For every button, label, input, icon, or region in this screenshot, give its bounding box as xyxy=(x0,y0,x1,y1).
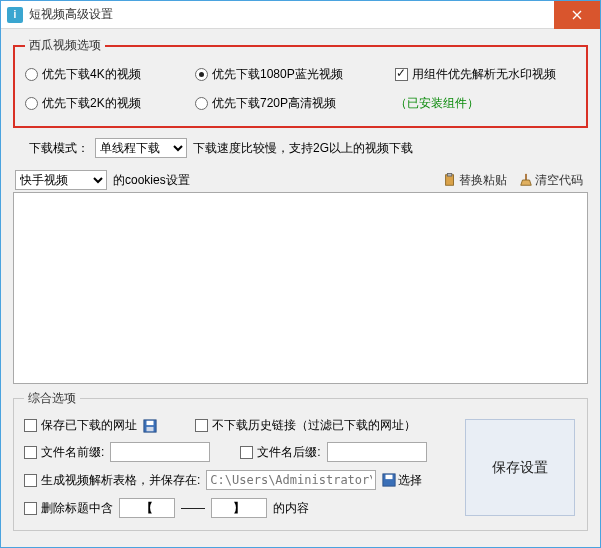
checkbox-icon xyxy=(240,446,253,459)
check-remove-title[interactable]: 删除标题中含 xyxy=(24,500,113,517)
row-remove-title: 删除标题中含 —— 的内容 xyxy=(24,494,453,522)
svg-rect-4 xyxy=(147,420,154,424)
remove-title-label: 删除标题中含 xyxy=(41,500,113,517)
select-path-button[interactable]: 选择 xyxy=(382,472,422,489)
path-input[interactable] xyxy=(206,470,376,490)
broom-icon xyxy=(519,173,533,187)
clear-label: 清空代码 xyxy=(535,172,583,189)
check-skip-history[interactable]: 不下载历史链接（过滤已下载的网址） xyxy=(195,417,416,434)
checkbox-icon xyxy=(24,502,37,515)
checkbox-icon xyxy=(395,68,408,81)
radio-1080[interactable]: 优先下载1080P蓝光视频 xyxy=(195,66,395,83)
select-path-label: 选择 xyxy=(398,472,422,489)
general-legend: 综合选项 xyxy=(24,390,80,407)
check-suffix[interactable]: 文件名后缀: xyxy=(240,444,320,461)
close-button[interactable] xyxy=(554,1,600,29)
radio-icon xyxy=(25,68,38,81)
radio-2k-label: 优先下载2K的视频 xyxy=(42,95,141,112)
xigua-row-2: 优先下载2K的视频 优先下载720P高清视频 （已安装组件） xyxy=(25,89,576,118)
radio-4k-label: 优先下载4K的视频 xyxy=(42,66,141,83)
save-button-label: 保存设置 xyxy=(492,459,548,477)
checkbox-icon xyxy=(195,419,208,432)
row-prefix-suffix: 文件名前缀: 文件名后缀: xyxy=(24,438,453,466)
checkbox-icon xyxy=(24,419,37,432)
content-label: 的内容 xyxy=(273,500,309,517)
radio-1080-label: 优先下载1080P蓝光视频 xyxy=(212,66,343,83)
row-gen-table: 生成视频解析表格，并保存在: 选择 xyxy=(24,466,453,494)
gen-table-label: 生成视频解析表格，并保存在: xyxy=(41,472,200,489)
general-options: 保存已下载的网址 不下载历史链接（过滤已下载的网址） 文件名前缀: xyxy=(24,413,453,522)
dash-label: —— xyxy=(181,501,205,515)
radio-2k[interactable]: 优先下载2K的视频 xyxy=(25,95,195,112)
suffix-input[interactable] xyxy=(327,442,427,462)
paste-button[interactable]: 替换粘贴 xyxy=(440,172,510,189)
suffix-label: 文件名后缀: xyxy=(257,444,320,461)
cookies-section: 快手视频 的cookies设置 替换粘贴 清空代码 xyxy=(13,164,588,384)
download-mode-row: 下载模式： 单线程下载 下载速度比较慢，支持2G以上的视频下载 xyxy=(13,134,588,164)
xigua-legend: 西瓜视频选项 xyxy=(25,37,105,54)
paste-label: 替换粘贴 xyxy=(459,172,507,189)
radio-720[interactable]: 优先下载720P高清视频 xyxy=(195,95,395,112)
xigua-row-1: 优先下载4K的视频 优先下载1080P蓝光视频 用组件优先解析无水印视频 xyxy=(25,60,576,89)
check-save-urls[interactable]: 保存已下载的网址 xyxy=(24,417,137,434)
radio-icon xyxy=(25,97,38,110)
check-gen-table[interactable]: 生成视频解析表格，并保存在: xyxy=(24,472,200,489)
cookies-label: 的cookies设置 xyxy=(113,172,190,189)
svg-rect-2 xyxy=(525,174,527,180)
window-body: 西瓜视频选项 优先下载4K的视频 优先下载1080P蓝光视频 用组件优先解析无水… xyxy=(1,29,600,547)
general-inner: 保存已下载的网址 不下载历史链接（过滤已下载的网址） 文件名前缀: xyxy=(24,413,577,522)
check-skip-history-label: 不下载历史链接（过滤已下载的网址） xyxy=(212,417,416,434)
app-icon: i xyxy=(7,7,23,23)
radio-icon xyxy=(195,68,208,81)
radio-icon xyxy=(195,97,208,110)
cookies-toolbar: 快手视频 的cookies设置 替换粘贴 清空代码 xyxy=(13,164,588,192)
clear-button[interactable]: 清空代码 xyxy=(516,172,586,189)
check-save-urls-label: 保存已下载的网址 xyxy=(41,417,137,434)
folder-icon xyxy=(382,473,396,487)
bracket-close-input[interactable] xyxy=(211,498,267,518)
titlebar: i 短视频高级设置 xyxy=(1,1,600,29)
window: i 短视频高级设置 西瓜视频选项 优先下载4K的视频 优先下载1080P蓝光视频… xyxy=(0,0,601,548)
cookies-source-select[interactable]: 快手视频 xyxy=(15,170,107,190)
checkbox-icon xyxy=(24,446,37,459)
radio-720-label: 优先下载720P高清视频 xyxy=(212,95,336,112)
row-save-urls: 保存已下载的网址 不下载历史链接（过滤已下载的网址） xyxy=(24,413,453,438)
check-nowatermark[interactable]: 用组件优先解析无水印视频 xyxy=(395,66,576,83)
svg-rect-7 xyxy=(386,475,393,479)
mode-hint: 下载速度比较慢，支持2G以上的视频下载 xyxy=(193,140,413,157)
mode-label: 下载模式： xyxy=(29,140,89,157)
xigua-group: 西瓜视频选项 优先下载4K的视频 优先下载1080P蓝光视频 用组件优先解析无水… xyxy=(13,37,588,128)
disk-icon xyxy=(143,419,157,433)
prefix-input[interactable] xyxy=(110,442,210,462)
svg-rect-5 xyxy=(147,426,154,430)
close-icon xyxy=(572,10,582,20)
check-prefix[interactable]: 文件名前缀: xyxy=(24,444,104,461)
cookies-textarea[interactable] xyxy=(13,192,588,384)
svg-rect-1 xyxy=(447,173,451,176)
general-group: 综合选项 保存已下载的网址 不下载历史链接（过滤已下载的网址） xyxy=(13,390,588,531)
bracket-open-input[interactable] xyxy=(119,498,175,518)
radio-4k[interactable]: 优先下载4K的视频 xyxy=(25,66,195,83)
mode-select[interactable]: 单线程下载 xyxy=(95,138,187,158)
window-title: 短视频高级设置 xyxy=(29,6,554,23)
clipboard-icon xyxy=(443,173,457,187)
check-nowatermark-label: 用组件优先解析无水印视频 xyxy=(412,66,556,83)
prefix-label: 文件名前缀: xyxy=(41,444,104,461)
save-button[interactable]: 保存设置 xyxy=(465,419,575,516)
installed-status: （已安装组件） xyxy=(395,95,576,112)
checkbox-icon xyxy=(24,474,37,487)
